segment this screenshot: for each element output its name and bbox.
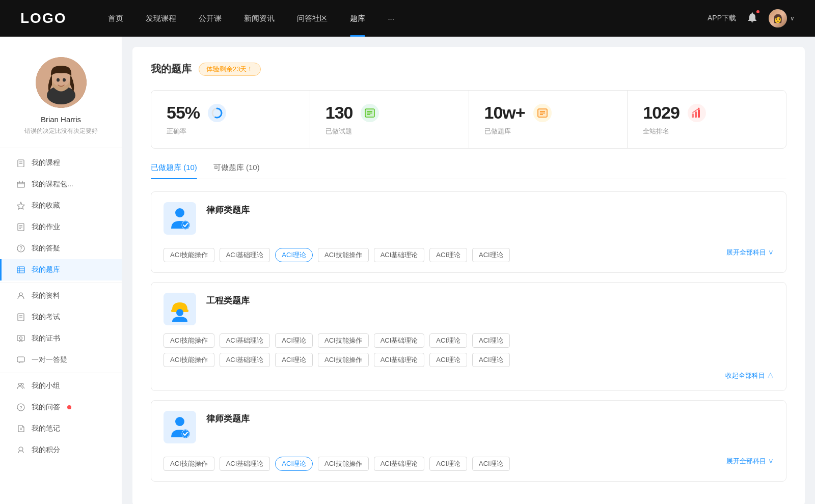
nav-item-questions[interactable]: 题库 [339, 0, 376, 37]
sidebar-item-my-points[interactable]: 我的积分 [0, 439, 122, 461]
notification-bell[interactable] [746, 11, 758, 25]
sidebar-item-my-qa[interactable]: ? 我的问答 [0, 397, 122, 418]
stat-card-done-banks: 10w+ 已做题库 [469, 91, 628, 148]
nav-item-home[interactable]: 首页 [97, 0, 134, 37]
sidebar-item-label: 我的问答 [32, 403, 60, 412]
nav-item-more[interactable]: ··· [376, 0, 405, 37]
tag[interactable]: ACI技能操作 [164, 353, 214, 367]
nav-item-discover[interactable]: 发现课程 [134, 0, 187, 37]
tab-done-banks[interactable]: 已做题库 (10) [151, 163, 197, 179]
tag[interactable]: ACI理论 [429, 353, 467, 367]
sidebar-item-my-qbank[interactable]: 我的题库 [0, 259, 122, 281]
svg-point-5 [63, 78, 66, 82]
qbank-info: 工程类题库 [206, 293, 250, 306]
sidebar-item-label: 我的收藏 [32, 201, 60, 210]
tag[interactable]: ACI理论 [472, 248, 510, 262]
tags-row-engineer-1: ACI技能操作 ACI基础理论 ACI理论 ACI技能操作 ACI基础理论 AC… [164, 333, 774, 348]
tag[interactable]: ACI技能操作 [318, 457, 369, 471]
user-avatar-menu[interactable]: 👩 ∨ [769, 9, 795, 27]
tab-available-banks[interactable]: 可做题库 (10) [213, 163, 260, 179]
qbank-title: 工程类题库 [206, 293, 250, 306]
tag[interactable]: ACI基础理论 [220, 333, 270, 348]
tag[interactable]: ACI基础理论 [220, 248, 270, 262]
points-icon [16, 445, 25, 455]
homework-icon [16, 222, 25, 232]
tag[interactable]: ACI理论 [472, 353, 510, 367]
profile-avatar-image [36, 57, 87, 108]
tag[interactable]: ACI基础理论 [220, 457, 270, 471]
sidebar-item-one-on-one[interactable]: 一对一答疑 [0, 349, 122, 371]
navbar: LOGO 首页 发现课程 公开课 新闻资讯 问答社区 题库 ··· APP下载 … [0, 0, 815, 37]
logo[interactable]: LOGO [20, 10, 66, 26]
tag[interactable]: ACI技能操作 [164, 333, 214, 348]
stat-value-done: 130 [325, 103, 353, 123]
expand-link-1[interactable]: 展开全部科目 ∨ [726, 248, 774, 257]
course-icon [16, 158, 25, 167]
tag[interactable]: ACI理论 [429, 333, 467, 348]
sidebar-item-homework[interactable]: 我的作业 [0, 216, 122, 238]
expand-link-2[interactable]: 展开全部科目 ∨ [726, 457, 774, 466]
avatar: 👩 [769, 9, 787, 27]
stat-card-done-questions: 130 已做试题 [310, 91, 469, 148]
qbank-title: 律师类题库 [206, 411, 250, 425]
tag-active[interactable]: ACI理论 [275, 248, 313, 262]
sidebar-item-questions-qa[interactable]: ? 我的答疑 [0, 238, 122, 259]
svg-marker-13 [17, 202, 24, 209]
sidebar-item-my-exams[interactable]: 我的考试 [0, 306, 122, 328]
nav-item-open[interactable]: 公开课 [187, 0, 233, 37]
lawyer-icon-2 [164, 411, 196, 443]
exam-icon [16, 313, 25, 322]
nav-item-news[interactable]: 新闻资讯 [233, 0, 286, 37]
tag[interactable]: ACI技能操作 [164, 248, 214, 262]
tag[interactable]: ACI基础理论 [374, 353, 425, 367]
tag[interactable]: ACI技能操作 [318, 248, 369, 262]
svg-text:?: ? [19, 246, 22, 251]
rank-icon [688, 104, 706, 122]
done-banks-icon [533, 104, 552, 122]
nav-item-qa[interactable]: 问答社区 [286, 0, 339, 37]
sidebar-item-course-packages[interactable]: 我的课程包... [0, 174, 122, 195]
tag[interactable]: ACI理论 [472, 333, 510, 348]
collapse-link[interactable]: 收起全部科目 △ [164, 371, 774, 380]
app-download-button[interactable]: APP下载 [708, 14, 736, 23]
qbank-info: 律师类题库 [206, 411, 250, 425]
tag[interactable]: ACI技能操作 [318, 333, 369, 348]
sidebar-item-favorites[interactable]: 我的收藏 [0, 195, 122, 216]
svg-point-33 [19, 383, 21, 386]
svg-rect-20 [17, 267, 24, 273]
sidebar-item-label: 我的课程 [32, 158, 60, 167]
sidebar-item-my-courses[interactable]: 我的课程 [0, 152, 122, 174]
trial-badge: 体验剩余23天！ [199, 63, 261, 76]
sidebar-item-label: 我的答疑 [32, 244, 60, 253]
tag[interactable]: ACI理论 [429, 457, 467, 471]
sidebar-item-label: 我的题库 [32, 265, 60, 274]
tags-row-lawyer2: ACI技能操作 ACI基础理论 ACI理论 ACI技能操作 ACI基础理论 AC… [164, 457, 721, 471]
progress-icon [208, 104, 226, 122]
stat-top: 10w+ [484, 103, 612, 123]
sidebar-item-my-certs[interactable]: 我的证书 [0, 328, 122, 349]
tag[interactable]: ACI基础理论 [220, 353, 270, 367]
qbank-card-lawyer-2: 律师类题库 ACI技能操作 ACI基础理论 ACI理论 ACI技能操作 ACI基… [151, 400, 786, 482]
qbank-info: 律师类题库 [206, 202, 250, 216]
profile-avatar [36, 57, 87, 108]
profile-motto: 错误的决定比没有决定要好 [24, 127, 98, 135]
svg-point-29 [20, 337, 22, 340]
svg-point-4 [57, 78, 60, 82]
sidebar-item-my-notes[interactable]: 我的笔记 [0, 418, 122, 439]
tag[interactable]: ACI理论 [275, 333, 313, 348]
tag[interactable]: ACI基础理论 [374, 457, 425, 471]
tag[interactable]: ACI技能操作 [164, 457, 214, 471]
tag[interactable]: ACI基础理论 [374, 333, 425, 348]
sidebar-item-label: 我的积分 [32, 445, 60, 455]
tag-active[interactable]: ACI理论 [275, 457, 313, 471]
star-icon [16, 201, 25, 210]
tag[interactable]: ACI理论 [275, 353, 313, 367]
tag[interactable]: ACI基础理论 [374, 248, 425, 262]
content-area: 我的题库 体验剩余23天！ 55% 正确率 13 [132, 47, 805, 504]
sidebar-item-my-group[interactable]: 我的小组 [0, 375, 122, 397]
tag[interactable]: ACI技能操作 [318, 353, 369, 367]
sidebar-item-my-profile[interactable]: 我的资料 [0, 285, 122, 306]
stat-card-rank: 1029 全站排名 [628, 91, 786, 148]
tag[interactable]: ACI理论 [472, 457, 510, 471]
tag[interactable]: ACI理论 [429, 248, 467, 262]
